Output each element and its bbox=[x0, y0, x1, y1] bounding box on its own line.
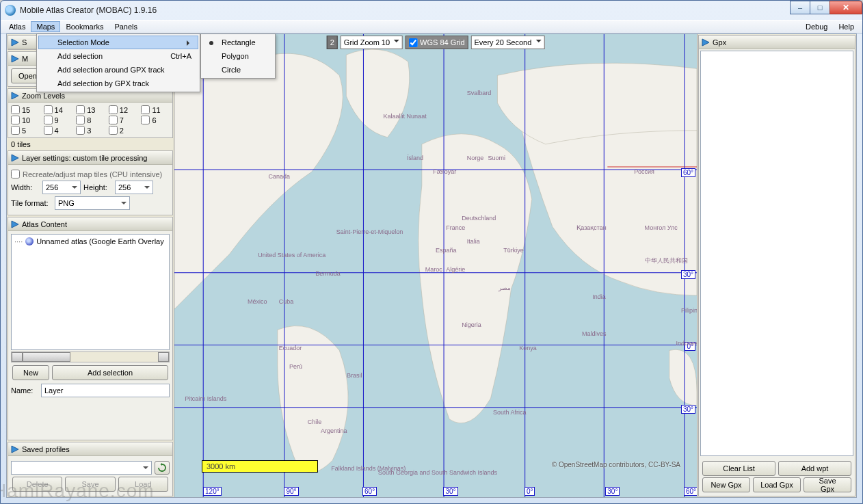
zoom-checkbox-11[interactable] bbox=[141, 105, 150, 114]
zoom-level-10[interactable]: 10 bbox=[11, 116, 40, 124]
zoom-level-2[interactable]: 2 bbox=[109, 126, 137, 135]
width-label: Width: bbox=[11, 183, 40, 191]
left-sidebar: S M Open Zoom Levels 15141312111098765 bbox=[7, 34, 174, 497]
tree-horizontal-scrollbar[interactable] bbox=[11, 352, 170, 362]
saved-profiles-header[interactable]: Saved profiles bbox=[8, 442, 172, 456]
atlas-tree[interactable]: ···· Unnamed atlas (Google Earth Overlay bbox=[11, 234, 170, 350]
new-button[interactable]: New bbox=[12, 365, 49, 380]
zoom-level-12[interactable]: 12 bbox=[109, 105, 137, 114]
name-input[interactable] bbox=[41, 384, 170, 397]
menu-item-add-selection[interactable]: Add selection Ctrl+A bbox=[38, 49, 198, 63]
lon-grid-label: 60° bbox=[684, 487, 698, 496]
zoom-checkbox-7[interactable] bbox=[109, 116, 118, 124]
zoom-level-4[interactable]: 4 bbox=[44, 126, 72, 135]
lon-grid-label: 90° bbox=[284, 487, 298, 496]
menu-maps[interactable]: Maps bbox=[31, 21, 60, 32]
atlas-content-header[interactable]: Atlas Content bbox=[8, 217, 172, 231]
new-gpx-button[interactable]: New Gpx bbox=[702, 477, 750, 492]
save-gpx-button[interactable]: Save Gpx bbox=[804, 477, 851, 492]
zoom-checkbox-5[interactable] bbox=[11, 126, 20, 135]
lon-grid-label: 120° bbox=[203, 487, 222, 496]
zoom-level-8[interactable]: 8 bbox=[76, 116, 105, 124]
menu-debug[interactable]: Debug bbox=[800, 21, 833, 32]
zoom-checkbox-3[interactable] bbox=[76, 126, 85, 135]
zoom-checkbox-4[interactable] bbox=[44, 126, 53, 135]
refresh-icon-button[interactable] bbox=[155, 461, 170, 475]
menu-panels[interactable]: Panels bbox=[109, 21, 143, 32]
load-gpx-button[interactable]: Load Gpx bbox=[753, 477, 801, 492]
zoom-level-3[interactable]: 3 bbox=[76, 126, 105, 135]
zoom-checkbox-8[interactable] bbox=[76, 116, 85, 124]
zoom-checkbox-2[interactable] bbox=[109, 126, 118, 135]
tiles-count-label: 0 tiles bbox=[7, 139, 174, 150]
recreate-tiles-checkbox[interactable] bbox=[11, 170, 20, 178]
menu-item-add-selection-around-gpx[interactable]: Add selection around GPX track bbox=[38, 63, 198, 77]
height-combo[interactable]: 256 bbox=[115, 181, 153, 194]
submenu-arrow-icon bbox=[187, 40, 192, 46]
zoom-level-indicator: 2 bbox=[327, 36, 338, 49]
submenu-item-circle[interactable]: Circle bbox=[202, 63, 274, 77]
add-wpt-button[interactable]: Add wpt bbox=[778, 461, 851, 476]
zoom-checkbox-9[interactable] bbox=[44, 116, 53, 124]
map-svg bbox=[174, 34, 697, 497]
submenu-item-polygon[interactable]: Polygon bbox=[202, 49, 274, 63]
lon-grid-label: 30° bbox=[443, 487, 457, 496]
window-close-button[interactable]: ✕ bbox=[829, 1, 862, 14]
zoom-checkbox-15[interactable] bbox=[11, 105, 20, 114]
window-maximize-button[interactable]: □ bbox=[810, 1, 830, 14]
submenu-item-rectangle[interactable]: Rectangle bbox=[202, 36, 274, 49]
window-minimize-button[interactable]: – bbox=[790, 1, 810, 14]
arrow-right-icon bbox=[11, 38, 19, 47]
menu-help[interactable]: Help bbox=[833, 21, 860, 32]
lat-grid-label: 30° bbox=[681, 405, 695, 414]
gpx-list[interactable] bbox=[700, 51, 853, 456]
menu-bookmarks[interactable]: Bookmarks bbox=[60, 21, 109, 32]
name-label: Name: bbox=[11, 386, 38, 395]
tree-root-item[interactable]: ···· Unnamed atlas (Google Earth Overlay bbox=[14, 237, 166, 246]
arrow-right-icon bbox=[702, 38, 710, 47]
radio-selected-icon bbox=[209, 41, 213, 45]
grid-zoom-dropdown[interactable]: Grid Zoom 10 bbox=[341, 36, 403, 49]
layer-settings-header[interactable]: Layer settings: custom tile processing bbox=[8, 151, 172, 165]
zoom-checkbox-13[interactable] bbox=[76, 105, 85, 114]
lon-grid-label: 0° bbox=[525, 487, 535, 496]
zoom-checkbox-10[interactable] bbox=[11, 116, 20, 124]
zoom-levels-title: Zoom Levels bbox=[22, 92, 65, 100]
zoom-level-13[interactable]: 13 bbox=[76, 105, 105, 114]
width-combo[interactable]: 256 bbox=[42, 181, 81, 194]
height-label: Height: bbox=[83, 183, 112, 191]
gpx-panel-header[interactable]: Gpx bbox=[699, 36, 855, 49]
saved-profiles-combo[interactable] bbox=[11, 461, 152, 475]
add-selection-button[interactable]: Add selection bbox=[52, 365, 168, 380]
menu-item-selection-mode[interactable]: Selection Mode bbox=[38, 36, 198, 49]
zoom-level-9[interactable]: 9 bbox=[44, 116, 72, 124]
grid-type-toggle[interactable]: WGS 84 Grid bbox=[406, 36, 468, 49]
window-title: Mobile Atlas Creator (MOBAC) 1.9.16 bbox=[20, 5, 157, 15]
zoom-level-5[interactable]: 5 bbox=[11, 126, 40, 135]
app-icon bbox=[5, 5, 16, 16]
zoom-checkbox-6[interactable] bbox=[141, 116, 150, 124]
zoom-level-11[interactable]: 11 bbox=[141, 105, 170, 114]
window-titlebar: Mobile Atlas Creator (MOBAC) 1.9.16 – □ … bbox=[1, 1, 862, 20]
zoom-checkbox-14[interactable] bbox=[44, 105, 53, 114]
zoom-level-7[interactable]: 7 bbox=[109, 116, 137, 124]
lat-grid-label: 30° bbox=[681, 270, 695, 279]
arrow-right-icon bbox=[11, 220, 19, 228]
menu-atlas[interactable]: Atlas bbox=[3, 21, 31, 32]
scale-bar: 3000 km bbox=[202, 460, 318, 473]
menu-item-add-selection-by-gpx[interactable]: Add selection by GPX track bbox=[38, 77, 198, 90]
grid-interval-dropdown[interactable]: Every 20 Second bbox=[471, 36, 545, 49]
clear-list-button[interactable]: Clear List bbox=[702, 461, 775, 476]
tile-format-combo[interactable]: PNG bbox=[55, 196, 130, 210]
map-canvas[interactable]: 60°30°0°30° 120°90°60°30°0°30°60° Canada… bbox=[174, 34, 698, 497]
arrow-right-icon bbox=[11, 154, 19, 162]
lat-grid-label: 0° bbox=[685, 342, 695, 351]
refresh-icon bbox=[157, 463, 167, 473]
zoom-level-14[interactable]: 14 bbox=[44, 105, 72, 114]
arrow-right-icon bbox=[11, 55, 19, 63]
zoom-checkbox-12[interactable] bbox=[109, 105, 118, 114]
right-sidebar: Gpx Clear List Add wpt New Gpx Load Gpx … bbox=[698, 34, 856, 497]
zoom-level-15[interactable]: 15 bbox=[11, 105, 40, 114]
grid-enable-checkbox[interactable] bbox=[409, 38, 418, 47]
zoom-level-6[interactable]: 6 bbox=[141, 116, 170, 124]
